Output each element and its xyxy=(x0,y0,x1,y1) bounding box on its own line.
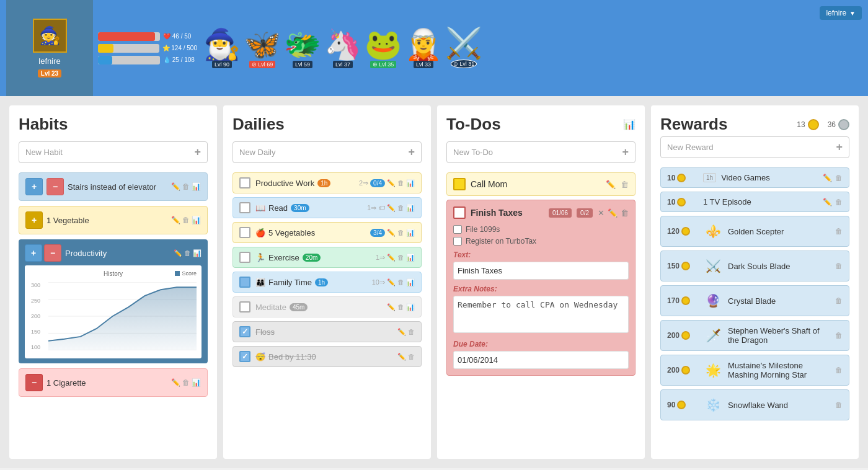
edit-icon[interactable]: ✏️ xyxy=(387,179,396,187)
productivity-plus-btn[interactable]: + xyxy=(25,244,42,262)
new-reward-button[interactable]: + xyxy=(836,141,843,154)
party-member-7[interactable]: ⚔️ ⊙ Lvl 31 xyxy=(445,29,482,68)
trash-icon[interactable]: 🗑 xyxy=(182,378,190,387)
trash-icon[interactable]: 🗑 xyxy=(408,328,415,335)
chart-icon[interactable]: 📊 xyxy=(193,249,202,257)
mp-row: 💧 25 / 108 xyxy=(98,56,197,64)
daily-floss-checkbox[interactable]: ✓ xyxy=(239,326,250,337)
chart-icon[interactable]: 📊 xyxy=(192,182,201,191)
daily-ft-checkbox[interactable] xyxy=(239,277,250,288)
trash-icon[interactable]: 🗑 xyxy=(408,353,415,360)
trash-icon[interactable]: 🗑 xyxy=(835,366,843,375)
chart-icon[interactable]: 📊 xyxy=(192,216,201,224)
trash-icon[interactable]: 🗑 xyxy=(835,331,843,340)
top-right-user-button[interactable]: lefnire ▼ xyxy=(820,6,862,20)
edit-icon[interactable]: ✏️ xyxy=(171,182,180,191)
daily-bed-checkbox[interactable]: ✓ xyxy=(239,351,250,362)
chart-icon[interactable]: 📊 xyxy=(406,179,415,187)
todo-date-input[interactable] xyxy=(453,351,629,369)
chart-icon[interactable]: 📊 xyxy=(406,254,415,262)
trash-icon[interactable]: 🗑 xyxy=(835,296,843,305)
reward-vg-label: Video Games xyxy=(721,173,818,182)
edit-icon[interactable]: ✏️ xyxy=(606,180,616,189)
chart-icon[interactable]: 📊 xyxy=(192,378,201,387)
edit-icon[interactable]: ✏️ xyxy=(397,353,406,361)
party-member-2[interactable]: 🦋 ⊘ Lvl 69 xyxy=(244,30,281,68)
checklist-cb-1099s[interactable] xyxy=(453,225,462,234)
new-reward-row[interactable]: New Reward + xyxy=(660,136,849,158)
trash-icon[interactable]: 🗑 xyxy=(184,249,191,257)
edit-icon[interactable]: ✏️ xyxy=(387,278,396,286)
daily-pw-checkbox[interactable] xyxy=(239,177,250,188)
daily-ex-checkbox[interactable] xyxy=(239,252,250,263)
new-todo-row[interactable]: New To-Do + xyxy=(446,141,636,163)
trash-icon[interactable]: 🗑 xyxy=(835,198,843,206)
habit-plus-btn[interactable]: + xyxy=(25,178,43,195)
reward-tv-episode[interactable]: 10 1 TV Episode ✏️ 🗑 xyxy=(660,192,849,212)
edit-icon[interactable]: ✏️ xyxy=(397,328,406,336)
todo-call-mom-checkbox[interactable] xyxy=(453,178,466,190)
trash-icon[interactable]: 🗑 xyxy=(835,401,843,409)
edit-icon[interactable]: ✏️ xyxy=(171,378,180,387)
new-todo-button[interactable]: + xyxy=(622,146,629,159)
reward-dark-souls-blade[interactable]: 150 ⚔️ Dark Souls Blade 🗑 xyxy=(660,251,849,282)
party-member-6[interactable]: 🧝 Lvl 33 xyxy=(405,30,442,68)
chart-icon[interactable]: 📊 xyxy=(406,303,415,311)
habit-veg-plus-btn[interactable]: + xyxy=(25,211,43,229)
daily-read-checkbox[interactable] xyxy=(239,202,250,213)
trash-icon[interactable]: 🗑 xyxy=(397,229,404,236)
trash-icon[interactable]: 🗑 xyxy=(397,204,404,211)
todo-text-input[interactable] xyxy=(453,262,629,280)
edit-icon[interactable]: ✏️ xyxy=(608,208,618,218)
todo-taxes-checkbox[interactable] xyxy=(453,206,466,219)
trash-icon[interactable]: 🗑 xyxy=(397,254,404,261)
chart-icon[interactable]: 📊 xyxy=(406,204,415,212)
new-habit-button[interactable]: + xyxy=(194,146,201,159)
new-daily-button[interactable]: + xyxy=(408,146,415,159)
edit-icon[interactable]: ✏️ xyxy=(387,254,396,262)
edit-icon[interactable]: ✏️ xyxy=(174,249,182,257)
reward-mustaine[interactable]: 200 🌟 Mustaine's Milestone Mashing Morni… xyxy=(660,355,849,386)
reward-snowflake-wand[interactable]: 90 ❄️ Snowflake Wand 🗑 xyxy=(660,389,849,420)
chart-icon[interactable]: 📊 xyxy=(623,118,636,130)
family-emoji: 👨‍👩‍👦 xyxy=(255,278,265,287)
habit-minus-btn[interactable]: − xyxy=(46,178,64,195)
daily-med-checkbox[interactable] xyxy=(239,301,250,313)
party-member-3[interactable]: 🐲 Lvl 59 xyxy=(284,30,321,68)
daily-veg-checkbox[interactable] xyxy=(239,227,250,238)
edit-icon[interactable]: ✏️ xyxy=(823,198,832,206)
edit-icon[interactable]: ✏️ xyxy=(387,229,396,237)
new-daily-row[interactable]: New Daily + xyxy=(232,141,422,163)
edit-icon[interactable]: ✏️ xyxy=(171,216,180,224)
trash-icon[interactable]: 🗑 xyxy=(621,208,629,218)
reward-golden-scepter[interactable]: 120 ⚜️ Golden Scepter 🗑 xyxy=(660,216,849,247)
reward-video-games[interactable]: 10 1h Video Games ✏️ 🗑 xyxy=(660,167,849,188)
party-member-5[interactable]: 🐸 ⊕ Lvl 35 xyxy=(365,30,402,68)
trash-icon[interactable]: 🗑 xyxy=(397,179,404,187)
chart-icon[interactable]: 📊 xyxy=(406,229,415,237)
reward-stephen-weber[interactable]: 200 🗡️ Stephen Weber's Shaft of the Drag… xyxy=(660,320,849,351)
trash-icon[interactable]: 🗑 xyxy=(182,216,190,224)
trash-icon[interactable]: 🗑 xyxy=(397,278,404,286)
chart-icon[interactable]: 📊 xyxy=(406,278,415,286)
daily-pw-time-badge: 1h xyxy=(317,179,330,187)
trash-icon[interactable]: 🗑 xyxy=(835,262,843,270)
edit-icon[interactable]: ✏️ xyxy=(823,174,832,182)
edit-icon[interactable]: ✏️ xyxy=(387,204,396,212)
productivity-minus-btn[interactable]: − xyxy=(44,244,61,262)
new-habit-row[interactable]: New Habit + xyxy=(19,141,208,163)
trash-icon[interactable]: 🗑 xyxy=(182,182,190,191)
reward-crystal-blade[interactable]: 170 🔮 Crystal Blade 🗑 xyxy=(660,285,849,316)
party-member-4[interactable]: 🦄 Lvl 37 xyxy=(324,30,361,68)
todo-notes-input[interactable]: Remember to call CPA on Wednesday xyxy=(453,296,629,333)
trash-icon[interactable]: 🗑 xyxy=(397,303,404,311)
party-member-1[interactable]: 🧙‍♂️ Lvl 90 xyxy=(203,30,241,68)
trash-icon[interactable]: 🗑 xyxy=(621,180,629,189)
trash-icon[interactable]: 🗑 xyxy=(835,227,843,236)
delete-icon[interactable]: ✕ xyxy=(598,208,604,218)
habit-cig-minus-btn[interactable]: − xyxy=(25,374,43,391)
trash-icon[interactable]: 🗑 xyxy=(835,174,843,182)
edit-icon[interactable]: ✏️ xyxy=(387,303,396,311)
badge-10: 10⇒ xyxy=(372,278,385,286)
checklist-cb-turbotax[interactable] xyxy=(453,237,462,246)
